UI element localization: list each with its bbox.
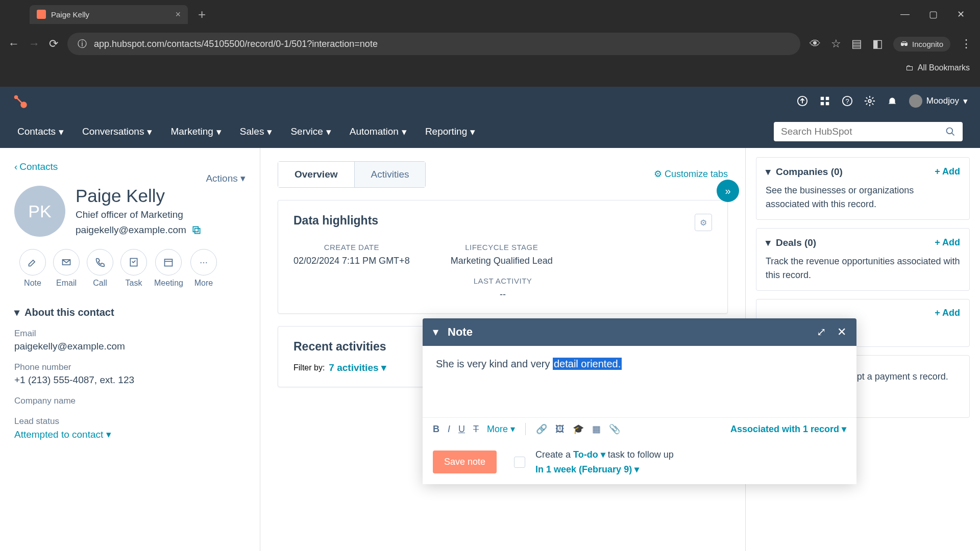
attachment-button[interactable]: 📎 — [609, 423, 620, 435]
user-menu[interactable]: Moodjoy — [909, 94, 968, 108]
task-action[interactable]: Task — [120, 249, 147, 288]
note-text: She is very kind and very — [436, 358, 553, 369]
close-note-icon[interactable]: ✕ — [837, 325, 846, 339]
highlight-label: CREATE DATE — [293, 243, 410, 252]
email-action[interactable]: Email — [53, 249, 80, 288]
menu-icon[interactable]: ⋮ — [961, 37, 972, 51]
card-header[interactable]: + Add — [766, 308, 960, 318]
about-header[interactable]: About this contact — [14, 306, 246, 318]
tab-activities[interactable]: Activities — [355, 162, 426, 187]
underline-button[interactable]: U — [458, 424, 465, 435]
site-info-icon[interactable]: ⓘ — [78, 38, 87, 50]
italic-button[interactable]: I — [448, 424, 450, 435]
star-icon[interactable]: ☆ — [831, 37, 841, 51]
incognito-chip[interactable]: 🕶 Incognito — [893, 37, 950, 52]
search-input[interactable] — [781, 126, 945, 137]
todo-date-dropdown[interactable]: In 1 week (February 9) — [535, 464, 639, 474]
chevron-down-icon — [267, 126, 272, 138]
todo-type-dropdown[interactable]: To-do — [573, 449, 605, 460]
contact-job-title: Chief officer of Marketing — [76, 209, 202, 220]
svg-rect-13 — [194, 229, 200, 234]
chevron-down-icon — [14, 306, 19, 318]
card-header[interactable]: Companies (0) + Add — [766, 166, 960, 178]
back-icon[interactable]: ← — [8, 37, 19, 51]
copy-icon[interactable] — [191, 225, 202, 235]
add-company-link[interactable]: + Add — [935, 166, 960, 177]
card-description: Track the revenue opportunities associat… — [766, 255, 960, 282]
add-ticket-link[interactable]: + Add — [935, 308, 960, 318]
nav-contacts[interactable]: Contacts — [17, 126, 64, 138]
note-action[interactable]: Note — [19, 249, 46, 288]
notifications-icon[interactable] — [887, 95, 898, 107]
back-to-contacts[interactable]: ‹ Contacts — [14, 161, 246, 172]
tab-title: Paige Kelly — [51, 10, 89, 19]
contact-avatar[interactable]: PK — [14, 186, 65, 237]
chevron-down-icon — [402, 126, 407, 138]
nav-sales[interactable]: Sales — [240, 126, 273, 138]
expand-note-icon[interactable]: ⤢ — [817, 325, 826, 339]
highlight-label: LAST ACTIVITY — [293, 277, 712, 285]
settings-icon[interactable] — [864, 95, 875, 107]
hubspot-header: ? Moodjoy Contacts Conversations Marketi… — [0, 87, 980, 148]
svg-rect-4 — [820, 97, 823, 100]
tab-overview[interactable]: Overview — [278, 162, 355, 187]
deals-card: Deals (0) + Add Track the revenue opport… — [756, 228, 970, 291]
more-action[interactable]: ⋯More — [190, 249, 217, 288]
note-editor[interactable]: She is very kind and very detail oriente… — [423, 346, 856, 417]
actions-dropdown[interactable]: Actions — [206, 172, 246, 184]
meeting-action[interactable]: Meeting — [154, 249, 183, 288]
chevron-down-icon — [216, 126, 222, 138]
add-deal-link[interactable]: + Add — [935, 237, 960, 248]
sidepanel-icon[interactable]: ◧ — [872, 37, 883, 51]
extensions-icon[interactable]: ▤ — [851, 37, 862, 51]
help-icon[interactable]: ? — [842, 95, 853, 107]
maximize-icon[interactable]: ▢ — [929, 9, 938, 20]
browser-tab[interactable]: Paige Kelly × — [30, 5, 188, 24]
chevron-down-icon — [59, 126, 64, 138]
upgrade-icon[interactable] — [797, 95, 808, 107]
left-panel: ‹ Contacts Actions PK Paige Kelly Chief … — [0, 148, 260, 551]
nav-service[interactable]: Service — [290, 126, 331, 138]
field-label: Phone number — [14, 362, 246, 372]
create-todo-checkbox[interactable] — [514, 457, 525, 468]
bold-button[interactable]: B — [433, 424, 439, 435]
card-settings-button[interactable]: ⚙ — [695, 214, 712, 231]
minimize-note-icon[interactable] — [433, 325, 438, 339]
snippet-button[interactable]: ▦ — [592, 423, 601, 435]
close-tab-icon[interactable]: × — [175, 9, 181, 20]
close-window-icon[interactable]: ✕ — [957, 9, 965, 20]
knowledge-button[interactable]: 🎓 — [573, 423, 584, 435]
search-wrap[interactable] — [774, 122, 963, 141]
task-icon — [129, 257, 139, 267]
call-action[interactable]: Call — [87, 249, 113, 288]
image-button[interactable]: 🖼 — [555, 424, 565, 435]
svg-rect-6 — [820, 102, 823, 105]
search-icon[interactable] — [945, 127, 955, 137]
nav-conversations[interactable]: Conversations — [82, 126, 152, 138]
save-note-button[interactable]: Save note — [433, 450, 497, 473]
nav-automation[interactable]: Automation — [350, 126, 407, 138]
chevron-down-icon — [147, 126, 152, 138]
minimize-icon[interactable]: — — [900, 9, 910, 20]
link-button[interactable]: 🔗 — [536, 423, 547, 435]
marketplace-icon[interactable] — [819, 95, 830, 107]
associated-records-dropdown[interactable]: Associated with 1 record — [730, 423, 846, 435]
card-header[interactable]: Deals (0) + Add — [766, 237, 960, 248]
field-value[interactable]: paigekelly@example.com — [14, 341, 246, 352]
all-bookmarks-link[interactable]: All Bookmarks — [918, 63, 970, 72]
nav-reporting[interactable]: Reporting — [425, 126, 475, 138]
field-value[interactable]: +1 (213) 555-4087, ext. 123 — [14, 374, 246, 386]
more-format-dropdown[interactable]: More — [487, 423, 515, 435]
url-field[interactable]: ⓘ app.hubspot.com/contacts/45105500/reco… — [67, 33, 800, 55]
avatar-icon — [909, 94, 922, 108]
reload-icon[interactable]: ⟳ — [49, 37, 58, 51]
new-tab-button[interactable]: + — [198, 7, 206, 22]
eye-off-icon[interactable]: 👁 — [810, 37, 821, 51]
nav-marketing[interactable]: Marketing — [170, 126, 221, 138]
customize-tabs-link[interactable]: ⚙ Customize tabs — [654, 168, 728, 180]
lead-status-dropdown[interactable]: Attempted to contact — [14, 429, 246, 440]
filter-dropdown[interactable]: 7 activities — [329, 362, 386, 373]
hubspot-logo-icon[interactable] — [12, 93, 28, 109]
clear-format-button[interactable]: T — [473, 424, 479, 435]
collapse-panel-button[interactable]: » — [717, 180, 739, 202]
